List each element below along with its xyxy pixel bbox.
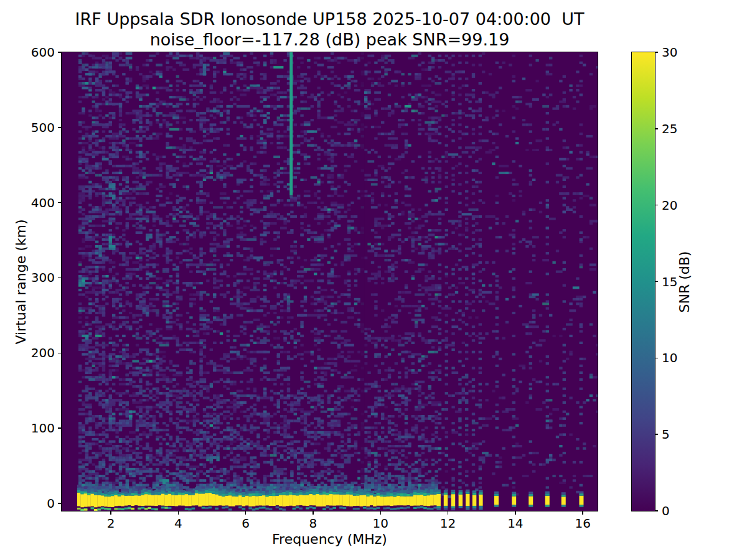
colorbar-tick-label: 15 xyxy=(662,274,677,289)
colorbar-tick-label: 30 xyxy=(662,45,677,60)
colorbar-tick-label: 5 xyxy=(662,427,670,442)
y-tick-label: 500 xyxy=(11,120,55,135)
x-tick xyxy=(312,511,313,515)
y-tick-label: 300 xyxy=(11,270,55,285)
y-tick xyxy=(58,278,61,278)
colorbar-tick-label: 10 xyxy=(662,350,677,365)
y-tick-label: 100 xyxy=(11,421,55,436)
colorbar-gradient xyxy=(632,52,655,511)
x-tick-label: 4 xyxy=(174,516,182,531)
colorbar-tick-label: 0 xyxy=(662,503,670,518)
y-tick xyxy=(58,52,61,52)
colorbar-tick xyxy=(655,434,658,434)
x-tick-label: 12 xyxy=(440,516,456,531)
colorbar xyxy=(631,52,655,511)
x-tick xyxy=(380,511,381,515)
colorbar-tick xyxy=(655,510,658,511)
x-tick xyxy=(448,511,448,515)
x-tick xyxy=(515,511,515,515)
y-tick xyxy=(58,503,61,503)
x-tick xyxy=(178,511,179,515)
y-tick xyxy=(58,127,61,128)
y-tick-label: 0 xyxy=(11,496,55,511)
x-tick xyxy=(245,511,246,515)
colorbar-tick-label: 20 xyxy=(662,198,677,213)
ionogram-heatmap xyxy=(62,52,598,511)
x-tick-label: 10 xyxy=(373,516,388,531)
chart-subtitle: noise_floor=-117.28 (dB) peak SNR=99.19 xyxy=(62,29,598,50)
y-tick xyxy=(58,202,61,203)
plot-area xyxy=(61,52,598,511)
colorbar-tick xyxy=(655,128,658,129)
y-tick-label: 600 xyxy=(11,45,55,60)
colorbar-tick xyxy=(655,52,658,52)
x-tick-label: 14 xyxy=(507,516,523,531)
x-tick-label: 2 xyxy=(107,516,115,531)
y-tick xyxy=(58,427,61,428)
colorbar-tick xyxy=(655,358,658,358)
chart-title: IRF Uppsala SDR Ionosonde UP158 2025-10-… xyxy=(62,9,598,29)
ionogram-figure: IRF Uppsala SDR Ionosonde UP158 2025-10-… xyxy=(0,0,747,560)
colorbar-tick xyxy=(655,281,658,282)
x-tick xyxy=(110,511,111,515)
title-block: IRF Uppsala SDR Ionosonde UP158 2025-10-… xyxy=(62,9,598,50)
colorbar-label: SNR (dB) xyxy=(677,189,693,375)
x-tick-label: 6 xyxy=(242,516,250,531)
x-tick-label: 8 xyxy=(309,516,317,531)
y-tick-label: 400 xyxy=(11,195,55,210)
colorbar-tick xyxy=(655,205,658,205)
x-tick-label: 16 xyxy=(575,516,590,531)
x-tick xyxy=(582,511,583,515)
x-axis-label: Frequency (MHz) xyxy=(62,531,598,547)
colorbar-tick-label: 25 xyxy=(662,121,677,136)
y-tick xyxy=(58,353,61,353)
y-tick-label: 200 xyxy=(11,345,55,360)
